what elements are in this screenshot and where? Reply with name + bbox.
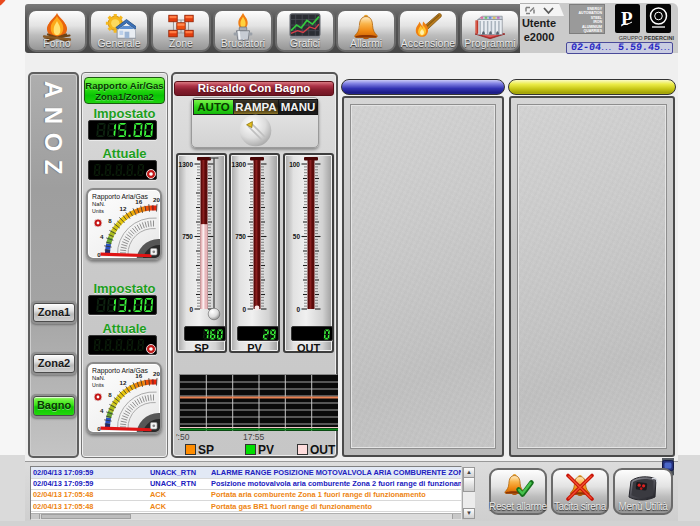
svg-text:12: 12	[119, 205, 126, 212]
svg-text:0: 0	[189, 306, 193, 313]
svg-text:P: P	[621, 8, 633, 29]
svg-text:Rapporto Aria/Gas: Rapporto Aria/Gas	[92, 367, 149, 375]
svg-text:8: 8	[108, 217, 112, 224]
svg-text:Rapporto Aria/Gas: Rapporto Aria/Gas	[92, 193, 149, 201]
svg-text:750: 750	[235, 233, 246, 240]
svg-text:20: 20	[153, 370, 160, 377]
svg-text:4: 4	[100, 233, 104, 240]
svg-text:NaN.: NaN.	[92, 375, 106, 381]
svg-text:4: 4	[100, 407, 104, 414]
svg-text:750: 750	[182, 233, 193, 240]
svg-text:8: 8	[108, 391, 112, 398]
svg-text:0: 0	[296, 306, 300, 313]
svg-text:0: 0	[242, 306, 246, 313]
svg-text:Units: Units	[92, 382, 104, 388]
svg-text:50: 50	[293, 233, 301, 240]
svg-text:NaN.: NaN.	[92, 201, 106, 207]
svg-text:1300: 1300	[179, 161, 194, 168]
svg-text:1300: 1300	[232, 161, 247, 168]
svg-text:12: 12	[119, 379, 126, 386]
svg-text:Units: Units	[92, 208, 104, 214]
svg-text:20: 20	[153, 196, 160, 203]
svg-text:100: 100	[289, 161, 300, 168]
